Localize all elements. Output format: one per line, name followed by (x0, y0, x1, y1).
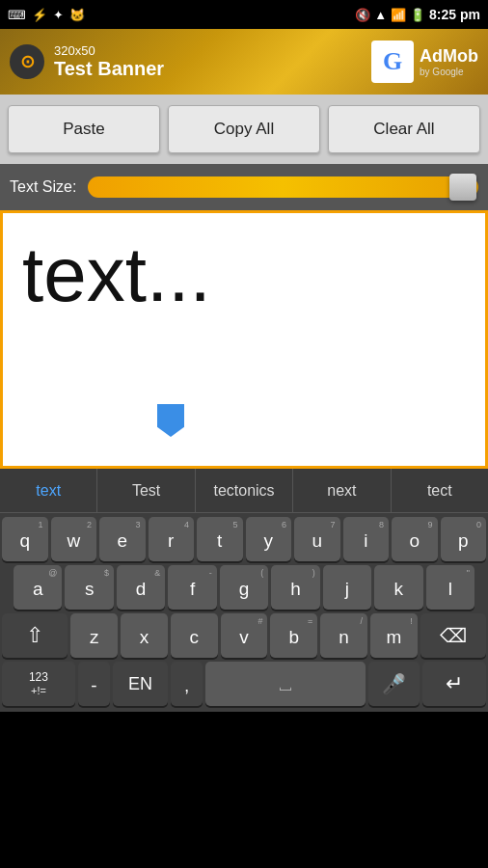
key-t[interactable]: 5t (197, 517, 243, 561)
autocomplete-bar: text Test tectonics next tect (0, 469, 488, 513)
copy-all-button[interactable]: Copy All (168, 105, 320, 153)
key-e[interactable]: 3e (99, 517, 146, 561)
autocomplete-item-4[interactable]: tect (392, 469, 488, 512)
autocomplete-item-2[interactable]: tectonics (196, 469, 293, 512)
cat-icon: 🐱 (69, 8, 85, 22)
key-g[interactable]: (g (220, 565, 268, 610)
cursor-indicator (157, 404, 184, 437)
backspace-key[interactable]: ⌫ (420, 613, 486, 658)
mute-icon: 🔇 (355, 8, 370, 22)
key-n[interactable]: /n (320, 613, 367, 658)
paste-button[interactable]: Paste (8, 105, 160, 153)
key-l[interactable]: "l (426, 565, 474, 610)
sym-key[interactable]: 123 +!= (2, 662, 75, 706)
key-k[interactable]: k (374, 565, 422, 610)
enter-icon: ↵ (446, 671, 463, 696)
key-w[interactable]: 2w (51, 517, 97, 561)
battery-icon: 🔋 (410, 8, 425, 22)
key-r[interactable]: 4r (149, 517, 195, 561)
sym-label: 123 (29, 670, 48, 684)
keyboard: 1q 2w 3e 4r 5t 6y 7u 8i 9o 0p @a $s &d -… (0, 513, 488, 712)
keyboard-row-1: 1q 2w 3e 4r 5t 6y 7u 8i 9o 0p (2, 517, 486, 561)
mic-key[interactable]: 🎤 (368, 662, 419, 706)
key-i[interactable]: 8i (343, 517, 390, 561)
status-time: 8:25 pm (429, 7, 480, 22)
text-size-row: Text Size: (0, 164, 488, 210)
autocomplete-item-1[interactable]: Test (97, 469, 195, 512)
key-d[interactable]: &d (117, 565, 165, 610)
banner-size: 320x50 (54, 43, 164, 58)
banner-title: Test Banner (54, 58, 164, 80)
backspace-icon: ⌫ (440, 624, 467, 647)
key-y[interactable]: 6y (246, 517, 292, 561)
enter-key[interactable]: ↵ (422, 662, 486, 706)
usb-icon: ⚡ (32, 8, 47, 22)
key-dash[interactable]: - (78, 662, 110, 706)
status-icons-right: 🔇 ▲ 📶 🔋 8:25 pm (355, 7, 480, 22)
banner-icon: ⊙ (10, 44, 44, 79)
space-icon: ⎵ (280, 673, 291, 695)
signal-icon: 📶 (391, 8, 406, 22)
mic-icon: 🎤 (382, 672, 406, 695)
admob-sub: by Google (420, 67, 478, 77)
slider-thumb[interactable] (449, 174, 476, 201)
bluetooth-icon: ✦ (53, 8, 64, 22)
keyboard-icon: ⌨ (8, 8, 26, 22)
status-icons-left: ⌨ ⚡ ✦ 🐱 (8, 8, 85, 22)
keyboard-row-2: @a $s &d -f (g )h j k "l (2, 565, 486, 610)
text-display-area[interactable]: text... (0, 210, 488, 469)
key-x[interactable]: x (121, 613, 168, 658)
key-u[interactable]: 7u (294, 517, 340, 561)
key-a[interactable]: @a (14, 565, 62, 610)
status-bar: ⌨ ⚡ ✦ 🐱 🔇 ▲ 📶 🔋 8:25 pm (0, 0, 488, 29)
key-h[interactable]: )h (271, 565, 319, 610)
key-comma[interactable]: , (171, 662, 203, 706)
text-size-slider[interactable] (88, 176, 478, 198)
key-o[interactable]: 9o (392, 517, 438, 561)
key-b[interactable]: =b (270, 613, 317, 658)
keyboard-row-4: 123 +!= - EN , ⎵ 🎤 ↵ (2, 662, 486, 706)
clear-all-button[interactable]: Clear All (328, 105, 480, 153)
key-j[interactable]: j (323, 565, 371, 610)
sym-label2: +!= (31, 685, 46, 697)
wifi-icon: ▲ (374, 8, 387, 22)
admob-banner[interactable]: ⊙ 320x50 Test Banner G AdMob by Google (0, 29, 488, 95)
key-f[interactable]: -f (168, 565, 216, 610)
key-q[interactable]: 1q (2, 517, 48, 561)
lang-key[interactable]: EN (113, 662, 168, 706)
lang-label: EN (128, 674, 152, 694)
key-s[interactable]: $s (65, 565, 113, 610)
key-z[interactable]: z (70, 613, 118, 658)
keyboard-row-3: ⇧ z x c #v =b /n !m ⌫ (2, 613, 486, 658)
dash-char: - (91, 675, 96, 696)
key-v[interactable]: #v (221, 613, 268, 658)
space-key[interactable]: ⎵ (205, 662, 366, 706)
shift-icon: ⇧ (26, 623, 43, 648)
admob-g-icon: G (371, 41, 414, 83)
key-p[interactable]: 0p (441, 517, 487, 561)
key-m[interactable]: !m (370, 613, 418, 658)
key-c[interactable]: c (171, 613, 218, 658)
admob-brand: AdMob (420, 46, 478, 67)
admob-logo: G AdMob by Google (371, 41, 478, 83)
display-text: text... (22, 232, 211, 317)
banner-text: 320x50 Test Banner (54, 43, 164, 80)
comma-char: , (184, 675, 189, 696)
text-size-label: Text Size: (10, 178, 76, 196)
buttons-row: Paste Copy All Clear All (0, 95, 488, 164)
autocomplete-item-3[interactable]: next (293, 469, 391, 512)
autocomplete-item-0[interactable]: text (0, 469, 97, 512)
shift-key[interactable]: ⇧ (2, 613, 68, 658)
